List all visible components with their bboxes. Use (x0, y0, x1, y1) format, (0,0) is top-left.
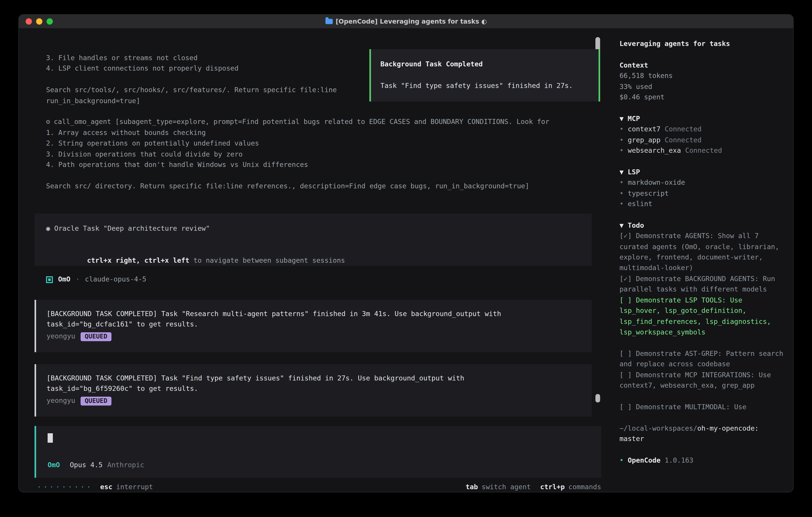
message-footer: yeongyu QUEUED (47, 396, 581, 406)
tab-key-label: switch agent (482, 482, 531, 492)
todo-item-active: [ ] Demonstrate LSP TOOLS: Use lsp_hover… (619, 295, 785, 338)
workspace-path: ~/local-workspaces/ (619, 424, 697, 432)
terminal-line: 1. Array access without bounds checking (46, 128, 594, 138)
esc-key-hint: esc (100, 482, 112, 492)
terminal-line (46, 106, 594, 117)
lsp-name: typescript (628, 188, 669, 199)
input-agent-name: OmO (48, 460, 60, 470)
lsp-section: ▼ LSP • markdown-oxide • typescript • es… (619, 167, 785, 210)
text-cursor (48, 433, 53, 443)
mcp-section: ▼ MCP • context7Connected • grep_appConn… (619, 113, 785, 156)
messages-scrollbar-thumb[interactable] (596, 394, 600, 403)
context-tokens: 66,518 tokens (619, 71, 785, 81)
prompt-input[interactable]: OmO Opus 4.5 Anthropic (35, 426, 601, 478)
queued-badge: QUEUED (81, 332, 112, 341)
zoom-window-button[interactable] (47, 19, 53, 25)
mcp-name: grep_app (628, 136, 661, 144)
tab-key-hint: tab (466, 482, 478, 492)
folder-icon (325, 19, 333, 24)
mcp-status: Connected (665, 125, 701, 133)
titlebar[interactable]: [OpenCode] Leveraging agents for tasks ◐ (19, 15, 793, 29)
bullet-icon: • (619, 124, 624, 135)
bullet-icon: • (619, 188, 624, 199)
terminal-line (46, 170, 594, 181)
workspace-info: ~/local-workspaces/oh-my-opencode: maste… (619, 423, 785, 444)
message-text: task_id="bg_dcfac161" to get results. (47, 320, 581, 330)
mcp-status: Connected (685, 146, 722, 154)
opencode-window: [OpenCode] Leveraging agents for tasks ◐… (19, 14, 794, 492)
blank-line (619, 338, 785, 348)
traffic-lights (26, 15, 53, 28)
window-title-group: [OpenCode] Leveraging agents for tasks ◐ (325, 16, 487, 27)
terminal-line: 2. String operations on potentially unde… (46, 138, 594, 149)
version-footer: • OpenCode1.0.163 (619, 455, 785, 466)
spinner-dots-icon: ········· (37, 482, 93, 492)
lsp-name: eslint (628, 199, 652, 210)
message-text: [BACKGROUND TASK COMPLETED] Task "Resear… (47, 309, 581, 319)
hint-keys: ctrl+x right, ctrl+x left (87, 256, 189, 264)
status-bar: ········· esc interrupt tab switch agent… (37, 482, 601, 492)
background-task-message: [BACKGROUND TASK COMPLETED] Task "Find t… (35, 364, 592, 417)
statusbar-left: ········· esc interrupt (37, 482, 153, 492)
agent-name: OmO (58, 274, 70, 285)
input-model-name: Opus 4.5 (70, 460, 103, 470)
mcp-item: • grep_appConnected (619, 135, 785, 145)
minimize-window-button[interactable] (36, 19, 42, 25)
esc-key-label: interrupt (116, 482, 153, 492)
lsp-name: markdown-oxide (628, 178, 685, 188)
bullet-icon: • (619, 455, 624, 466)
agent-icon (46, 276, 53, 283)
toast-body: Task "Find type safety issues" finished … (380, 81, 589, 91)
todo-item: [✓] Demonstrate AGENTS: Show all 7 curat… (619, 231, 785, 274)
lsp-item: • eslint (619, 199, 785, 210)
app-version: 1.0.163 (665, 456, 693, 464)
terminal-line: 3. Division operations that could divide… (46, 149, 594, 160)
context-section: Context 66,518 tokens 33% used $0.46 spe… (619, 60, 785, 103)
statusbar-right: tab switch agent ctrl+p commands (466, 482, 601, 492)
message-text: [BACKGROUND TASK COMPLETED] Task "Find t… (47, 373, 581, 384)
mcp-name: context7 (628, 125, 661, 133)
mcp-item: • websearch_exaConnected (619, 145, 785, 156)
queued-badge: QUEUED (81, 397, 112, 405)
oracle-task-panel: ◉ Oracle Task "Deep architecture review"… (35, 214, 592, 266)
message-footer: yeongyu QUEUED (47, 331, 581, 342)
message-text: task_id="bg_6f59260c" to get results. (47, 384, 581, 394)
message-user: yeongyu (47, 396, 75, 406)
ctrlp-key-hint: ctrl+p (540, 482, 564, 492)
blank-line (619, 391, 785, 402)
close-window-button[interactable] (26, 19, 32, 25)
todo-item: [ ] Demonstrate MULTIMODAL: Use (619, 402, 785, 412)
bullet-icon: • (619, 199, 624, 210)
gear-icon: ⚙ (46, 117, 50, 128)
ctrlp-key-label: commands (569, 482, 601, 492)
session-title: Leveraging agents for tasks (619, 39, 785, 49)
screen: [OpenCode] Leveraging agents for tasks ◐… (0, 0, 812, 517)
oracle-task-title: ◉ Oracle Task "Deep architecture review" (46, 223, 580, 234)
tool-call-text: call_omo_agent [subagent_type=explore, p… (54, 117, 549, 128)
mcp-header: ▼ MCP (619, 113, 785, 124)
lsp-item: • typescript (619, 188, 785, 199)
window-title: [OpenCode] Leveraging agents for tasks ◐ (336, 16, 487, 27)
workspace-branch: master (619, 434, 785, 444)
context-header: Context (619, 60, 785, 71)
mcp-name: websearch_exa (628, 146, 681, 154)
lsp-header: ▼ LSP (619, 167, 785, 178)
lsp-item: • markdown-oxide (619, 178, 785, 188)
background-task-toast: Background Task Completed Task "Find typ… (370, 49, 600, 102)
terminal-line: 4. Path operations that don't handle Win… (46, 160, 594, 170)
context-spent: $0.46 spent (619, 92, 785, 103)
mcp-status: Connected (665, 136, 701, 144)
tool-call-line: ⚙ call_omo_agent [subagent_type=explore,… (46, 117, 594, 128)
workspace-repo: oh-my-opencode: (697, 424, 759, 432)
mcp-item: • context7Connected (619, 124, 785, 135)
input-status-row: OmO Opus 4.5 Anthropic (48, 460, 590, 470)
separator-dot: · (76, 274, 80, 285)
sidebar: Leveraging agents for tasks Context 66,5… (612, 29, 793, 492)
todo-section: ▼ Todo [✓] Demonstrate AGENTS: Show all … (619, 220, 785, 412)
context-used: 33% used (619, 81, 785, 92)
agent-model: claude-opus-4-5 (85, 274, 146, 285)
bullet-icon: • (619, 135, 624, 145)
todo-item: [ ] Demonstrate AST-GREP: Pattern search… (619, 348, 785, 370)
todo-item: [ ] Demonstrate MCP INTEGRATIONS: Use co… (619, 370, 785, 391)
input-provider-name: Anthropic (107, 460, 144, 470)
